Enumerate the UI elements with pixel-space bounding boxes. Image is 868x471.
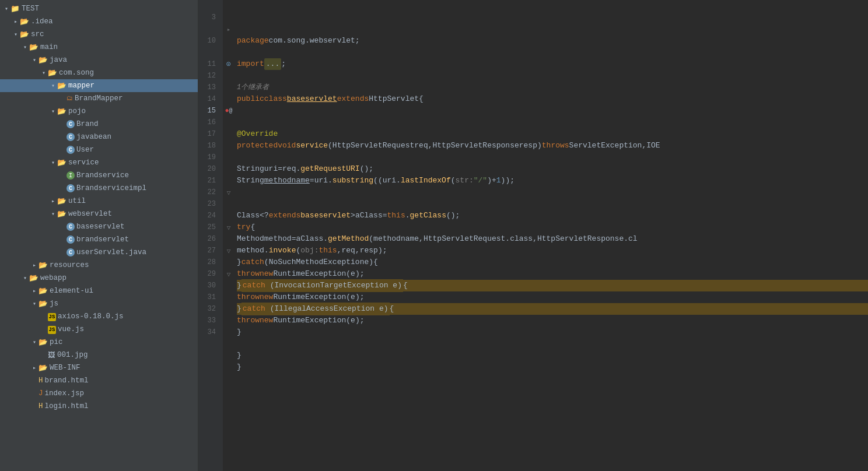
tree-item-src[interactable]: ▾📂src [0, 28, 198, 41]
tree-item-index-jsp[interactable]: Jindex.jsp [0, 387, 198, 400]
tree-item-javabean[interactable]: Cjavabean [0, 131, 198, 143]
tree-item-webservlet[interactable]: ▾📂webservlet [0, 208, 198, 220]
folder-icon: 📂 [38, 55, 50, 65]
tree-arrow-main[interactable]: ▾ [21, 44, 29, 51]
folder-icon: 📂 [57, 158, 68, 167]
tree-label-brandmapper: BrandMapper [75, 94, 123, 103]
tree-item-resources[interactable]: ▸📂resources [0, 259, 198, 272]
code-line-20: throw new RuntimeException(e); [237, 268, 868, 280]
code-line-2: import ...; [237, 58, 868, 70]
gutter-marker-5[interactable]: ⊙ [223, 58, 235, 70]
tree-item-comsong[interactable]: ▾📂com.song [0, 66, 198, 79]
code-line-7 [237, 117, 868, 128]
tree-item-user-class[interactable]: CUser [0, 143, 198, 156]
line-num-1: 3 [198, 12, 219, 23]
tree-item-main[interactable]: ▾📂main [0, 41, 198, 54]
line-num-7: 13 [198, 82, 219, 93]
tree-label-comsong: com.song [59, 69, 94, 77]
tree-item-mapper[interactable]: ▾📂mapper [0, 79, 198, 92]
tree-arrow-webservlet[interactable]: ▾ [49, 210, 57, 217]
tree-item-userservlet[interactable]: CuserServlet.java [0, 246, 198, 259]
folder-icon: 📂 [29, 273, 40, 283]
code-line-9: protected void service(HttpServletReques… [237, 140, 868, 152]
tree-arrow-service[interactable]: ▾ [49, 159, 57, 166]
line-num-24: 30 [198, 280, 219, 291]
gutter-marker-2[interactable]: ▸ [223, 23, 235, 35]
line-num-19: 25 [198, 222, 219, 233]
tree-item-brandserviceimpl[interactable]: CBrandserviceimpl [0, 182, 198, 195]
gutter-marker-17 [223, 198, 235, 210]
line-num-2 [198, 23, 219, 35]
gutter-marker-3 [223, 35, 235, 47]
tree-label-util: util [68, 197, 86, 205]
class-icon: C [66, 120, 76, 129]
gutter-marker-1 [223, 12, 235, 23]
gutter-marker-23[interactable]: ▽ [223, 268, 235, 280]
tree-arrow-src[interactable]: ▾ [12, 31, 20, 38]
gutter-marker-20 [223, 233, 235, 245]
tree-arrow-util[interactable]: ▸ [49, 198, 57, 205]
tree-arrow-comsong[interactable]: ▾ [40, 69, 48, 76]
tree-arrow-web-inf[interactable]: ▸ [30, 364, 38, 371]
tree-label-element-ui: element-ui [50, 287, 93, 295]
tree-item-webapp[interactable]: ▾📂webapp [0, 272, 198, 284]
tree-item-js[interactable]: ▾📂js [0, 297, 198, 310]
tree-item-util[interactable]: ▸📂util [0, 195, 198, 208]
tree-item-brand-html[interactable]: Hbrand.html [0, 374, 198, 387]
tree-arrow-webapp[interactable]: ▾ [21, 275, 29, 282]
tree-item-idea[interactable]: ▸📂.idea [0, 15, 198, 28]
tree-item-web-inf[interactable]: ▸📂WEB-INF [0, 361, 198, 374]
gutter-marker-8 [223, 93, 235, 105]
image-icon: 🖼 [48, 351, 57, 360]
tree-item-brand-class[interactable]: CBrand [0, 118, 198, 131]
tree-arrow-js[interactable]: ▾ [30, 300, 38, 307]
tree-item-brandservice[interactable]: IBrandservice [0, 169, 198, 182]
gutter-marker-19[interactable]: ▽ [223, 222, 235, 233]
tree-item-test-root[interactable]: ▾📁TEST [0, 2, 198, 15]
tree-arrow-pic[interactable]: ▾ [30, 339, 38, 346]
tree-arrow-test-root[interactable]: ▾ [2, 5, 10, 12]
tree-arrow-java[interactable]: ▾ [30, 57, 38, 64]
tree-item-element-ui[interactable]: ▸📂element-ui [0, 284, 198, 297]
tree-item-axios[interactable]: JSaxios-0.18.0.js [0, 310, 198, 323]
class-icon: C [66, 235, 76, 244]
tree-label-user-class: User [76, 146, 94, 154]
gutter-marker-9[interactable]: ●@ [223, 105, 235, 117]
code-line-0: package com.song.webservlet; [237, 35, 868, 47]
code-line-10 [237, 152, 868, 163]
tree-arrow-resources[interactable]: ▸ [30, 262, 38, 269]
tree-item-vue[interactable]: JSvue.js [0, 323, 198, 336]
tree-arrow-idea[interactable]: ▸ [12, 18, 20, 25]
line-numbers: 3101112131415161718192021222324252627282… [198, 0, 223, 471]
tree-item-service[interactable]: ▾📂service [0, 156, 198, 169]
gutter-marker-27 [223, 315, 235, 326]
tree-arrow-mapper[interactable]: ▾ [49, 82, 57, 89]
tree-item-java[interactable]: ▾📂java [0, 54, 198, 66]
tree-label-resources: resources [50, 261, 89, 269]
tree-item-img001[interactable]: 🖼001.jpg [0, 349, 198, 361]
tree-item-brandservlet[interactable]: Cbrandservlet [0, 233, 198, 246]
code-line-17: Method method = aClass.getMethod(methodn… [237, 233, 868, 245]
gutter-marker-25 [223, 291, 235, 303]
tree-item-brandmapper[interactable]: 🗂BrandMapper [0, 92, 198, 105]
tree-arrow-pojo[interactable]: ▾ [49, 108, 57, 115]
tree-arrow-element-ui[interactable]: ▸ [30, 287, 38, 294]
line-num-26: 32 [198, 303, 219, 315]
tree-label-idea: .idea [31, 17, 53, 26]
tree-item-pojo[interactable]: ▾📂pojo [0, 105, 198, 118]
file-tree[interactable]: ▾📁TEST▸📂.idea▾📂src▾📂main▾📂java▾📂com.song… [0, 0, 198, 471]
gutter-marker-4 [223, 47, 235, 58]
folder-icon: 📂 [38, 261, 50, 270]
tree-label-src: src [31, 30, 44, 38]
gutter-marker-21[interactable]: ▽ [223, 245, 235, 256]
tree-item-pic[interactable]: ▾📂pic [0, 336, 198, 349]
tree-label-js: js [50, 300, 58, 308]
tree-item-baseservlet[interactable]: Cbaseservlet [0, 220, 198, 233]
class-icon: C [66, 248, 76, 257]
line-num-11: 17 [198, 128, 219, 140]
line-num-8: 14 [198, 93, 219, 105]
gutter-marker-16[interactable]: ▽ [223, 187, 235, 198]
line-num-17: 23 [198, 198, 219, 210]
gutter-marker-0 [223, 0, 235, 12]
tree-item-login-html[interactable]: Hlogin.html [0, 400, 198, 413]
